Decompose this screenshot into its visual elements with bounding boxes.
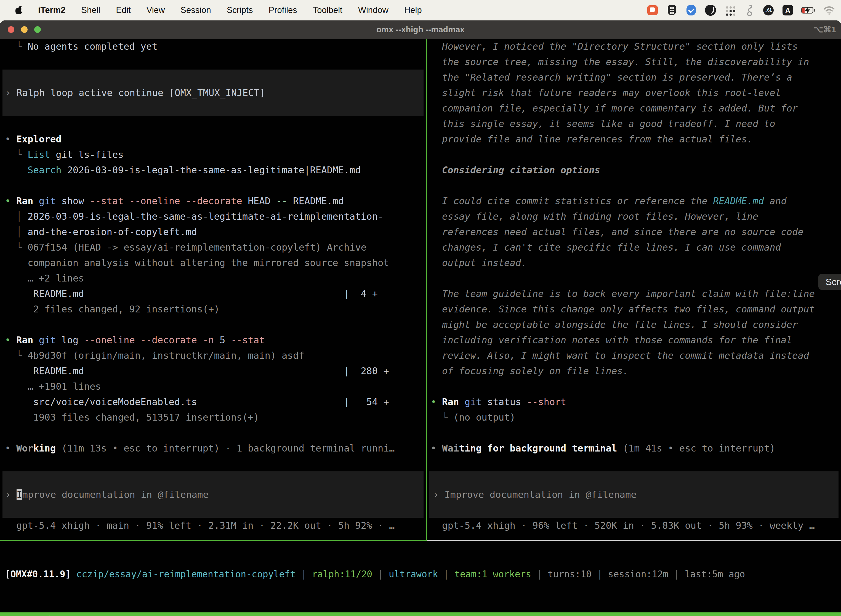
terminal-blank-line: [427, 178, 841, 193]
iterm2-window: omx --xhigh --madmax ⌥⌘1 └ No agents com…: [0, 21, 841, 616]
terminal-blank-line: [0, 456, 426, 471]
menu-item-window[interactable]: Window: [358, 5, 388, 15]
apple-menu-icon[interactable]: [15, 6, 23, 14]
menu-item-toolbelt[interactable]: Toolbelt: [313, 5, 343, 15]
terminal-line: of focusing solely on file lines.: [427, 363, 841, 378]
terminal-line: gpt-5.4 xhigh · main · 91% left · 2.31M …: [0, 518, 426, 533]
ralph-loop-input[interactable]: › Ralph loop active continue [OMX_TMUX_I…: [3, 85, 423, 100]
terminal-line: The team guideline is to back every impo…: [427, 286, 841, 301]
terminal-line: essay file, along with finding root file…: [427, 209, 841, 224]
terminal-line: 2 files changed, 92 insertions(+): [0, 301, 426, 317]
menu-item-help[interactable]: Help: [404, 5, 422, 15]
menu-item-edit[interactable]: Edit: [116, 5, 130, 15]
terminal-line: │ 2026-03-09-is-legal-the-same-as-legiti…: [0, 209, 426, 224]
terminal-line: README.md | 280 +: [0, 363, 426, 378]
right-terminal-pane[interactable]: However, I noticed the "Directory Struct…: [427, 39, 841, 540]
terminal-line: └ List git ls-files: [0, 147, 426, 162]
left-terminal-pane[interactable]: └ No agents completed yet› Ralph loop ac…: [0, 39, 426, 540]
terminal-line: the source tree, missing the essay. Stil…: [427, 54, 841, 70]
terminal-blank-line: [427, 456, 841, 471]
terminal-area: └ No agents completed yet› Ralph loop ac…: [0, 39, 841, 616]
terminal-line: └ 067f154 (HEAD -> essay/ai-reimplementa…: [0, 239, 426, 255]
terminal-line: │ and-the-erosion-of-copyleft.md: [0, 224, 426, 239]
tmux-window-tab[interactable]: [omx-cczip0:bash*: [3, 615, 96, 616]
terminal-blank-line: [3, 70, 423, 85]
terminal-line: • Explored: [0, 131, 426, 147]
terminal-blank-line: [0, 425, 426, 440]
terminal-blank-line: [429, 471, 838, 487]
terminal-line: provide file and line references from th…: [427, 131, 841, 147]
draft-prompt-input[interactable]: › Improve documentation in @filename: [429, 487, 838, 502]
terminal-blank-line: [427, 147, 841, 162]
menu-item-shell[interactable]: Shell: [81, 5, 100, 15]
wifi-icon[interactable]: [823, 4, 835, 16]
terminal-blank-line: [427, 378, 841, 394]
terminal-line: including verification notes with those …: [427, 332, 841, 348]
terminal-blank-line: [3, 471, 423, 487]
menu-items: iTerm2ShellEditViewSessionScriptsProfile…: [38, 5, 422, 15]
terminal-line: … +2 lines: [0, 270, 426, 286]
menu-item-iterm2[interactable]: iTerm2: [38, 5, 65, 15]
terminal-line: the "Related research writing" section i…: [427, 70, 841, 85]
terminal-blank-line: [427, 425, 841, 440]
terminal-line: └ (no output): [427, 409, 841, 425]
terminal-line: • Working (11m 13s • esc to interrupt) ·…: [0, 440, 426, 456]
terminal-line: Search 2026-03-09-is-legal-the-same-as-l…: [0, 162, 426, 178]
terminal-line: … +1901 lines: [0, 378, 426, 394]
terminal-blank-line: [0, 317, 426, 332]
terminal-line: README.md | 4 +: [0, 286, 426, 301]
macos-menu-bar: iTerm2ShellEditViewSessionScriptsProfile…: [0, 0, 841, 21]
terminal-blank-line: [3, 100, 423, 116]
tmux-status-bar: [omx-cczip0:bash* "MacBook-Pro-44.local"…: [0, 612, 841, 616]
tmux-host-clock: "MacBook-Pro-44.local" 04:52 31-Mar-26: [630, 615, 838, 616]
terminal-blank-line: [429, 502, 838, 518]
terminal-line: • Ran git log --oneline --decorate -n 5 …: [0, 332, 426, 348]
terminal-blank-line: [0, 116, 426, 131]
terminal-line: I could cite commit statistics or refere…: [427, 193, 841, 209]
screen-sharing-overlay[interactable]: Scre: [818, 274, 841, 290]
menu-item-scripts[interactable]: Scripts: [227, 5, 253, 15]
dark-disc-icon[interactable]: [705, 4, 716, 16]
terminal-line: └ No agents completed yet: [0, 39, 426, 54]
terminal-line: companion file, especially if more comme…: [427, 100, 841, 116]
terminal-line: • Waiting for background terminal (1m 41…: [427, 440, 841, 456]
menu-item-view[interactable]: View: [147, 5, 165, 15]
omx-status-bar: [OMX#0.11.9] cczip/essay/ai-reimplementa…: [5, 567, 745, 582]
terminal-blank-line: [427, 270, 841, 286]
terminal-line: companion analysis without altering the …: [0, 255, 426, 270]
letter-a-app-icon[interactable]: A: [782, 4, 794, 16]
window-shortcut-hint: ⌥⌘1: [814, 21, 836, 39]
terminal-line: • Ran git status --short: [427, 394, 841, 409]
menu-bar-status-icons: ..61A: [647, 4, 835, 16]
terminal-line: output instead.: [427, 255, 841, 270]
draft-prompt-input[interactable]: › Improve documentation in @filename: [3, 487, 423, 502]
blue-shield-check-icon[interactable]: [686, 4, 697, 16]
terminal-line: Considering citation options: [427, 162, 841, 178]
terminal-line: 1903 files changed, 513517 insertions(+): [0, 409, 426, 425]
battery-charging-icon[interactable]: [801, 4, 816, 16]
terminal-line: changes, I can't cite specific file line…: [427, 239, 841, 255]
active-pane-bottom-border: [0, 540, 427, 541]
terminal-line: src/voice/voiceModeEnabled.ts | 54 +: [0, 394, 426, 409]
window-title-bar[interactable]: omx --xhigh --madmax ⌥⌘1: [0, 21, 841, 39]
inactive-pane-bottom-border: [427, 540, 841, 541]
terminal-line: └ 4b9d30f (origin/main, instructkr/main,…: [0, 348, 426, 363]
terminal-line: slight risk that future readers may over…: [427, 85, 841, 100]
window-title: omx --xhigh --madmax: [0, 21, 841, 39]
dragon-icon[interactable]: [743, 4, 755, 16]
terminal-line: • Ran git show --stat --oneline --decora…: [0, 193, 426, 209]
menu-item-profiles[interactable]: Profiles: [268, 5, 297, 15]
dots-grid-icon[interactable]: [724, 4, 736, 16]
terminal-line: However, I noticed the "Directory Struct…: [427, 39, 841, 54]
terminal-line: evidence. Since this change only affects…: [427, 301, 841, 317]
battery-percent-badge-icon[interactable]: ..61: [763, 4, 774, 16]
terminal-blank-line: [0, 54, 426, 70]
menu-item-session[interactable]: Session: [180, 5, 211, 15]
terminal-blank-line: [0, 178, 426, 193]
chat-app-icon[interactable]: [647, 4, 658, 16]
terminal-line: references need actual files, and since …: [427, 224, 841, 239]
terminal-line: gpt-5.4 xhigh · 96% left · 520K in · 5.8…: [427, 518, 841, 533]
terminal-line: review. Also, I might want to inspect th…: [427, 348, 841, 363]
terminal-line: might be acceptable alongside the file l…: [427, 317, 841, 332]
shield-grid-icon[interactable]: [666, 4, 678, 16]
